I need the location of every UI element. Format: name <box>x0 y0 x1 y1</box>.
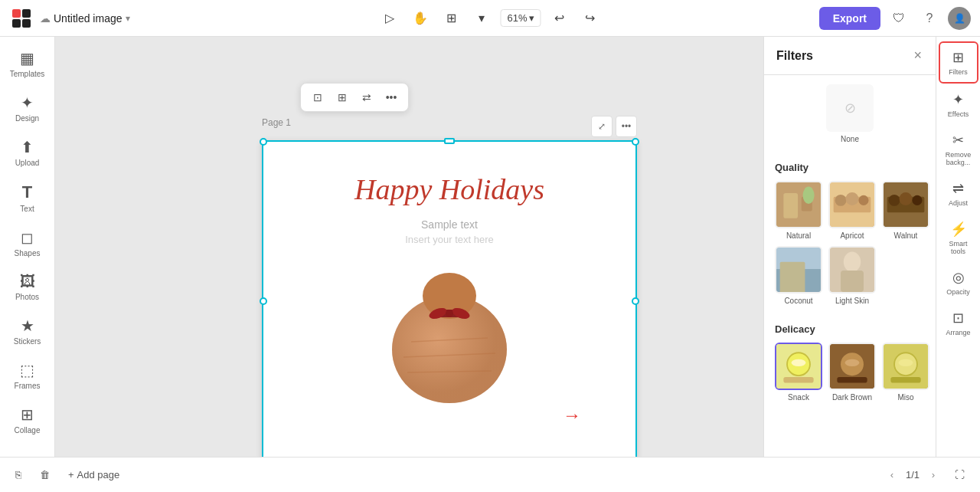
handle-top-right[interactable] <box>632 138 639 146</box>
rt-removebg[interactable]: ✂ Remove backg... <box>939 126 978 172</box>
title-chevron-icon[interactable]: ▾ <box>126 13 130 24</box>
hand-tool-button[interactable]: ✋ <box>408 6 433 31</box>
svg-rect-41 <box>837 377 867 382</box>
sidebar-item-design[interactable]: ✦ Design <box>5 87 51 129</box>
more-card-button[interactable]: ••• <box>616 116 637 137</box>
filter-walnut[interactable]: Walnut <box>882 181 929 240</box>
cloud-icon: ☁ <box>40 12 51 25</box>
add-page-button[interactable]: + Add page <box>62 466 126 484</box>
page-label: Page 1 <box>262 117 291 128</box>
photos-icon: 🖼 <box>20 273 35 290</box>
sidebar-item-shapes[interactable]: ◻ Shapes <box>5 222 51 264</box>
fullscreen-icon: ⛶ <box>955 469 965 481</box>
redo-button[interactable]: ↪ <box>578 6 603 31</box>
user-avatar[interactable]: 👤 <box>948 7 971 30</box>
undo-button[interactable]: ↩ <box>547 6 572 31</box>
filter-coconut[interactable]: Coconut <box>775 246 822 305</box>
prev-page-button[interactable]: ‹ <box>883 466 901 484</box>
svg-rect-0 <box>12 9 21 18</box>
rt-adjust-label: Adjust <box>949 199 968 207</box>
title-area: ☁ Untitled image ▾ <box>40 12 130 25</box>
bag-illustration <box>381 257 518 395</box>
handle-middle-left[interactable] <box>260 297 267 305</box>
rt-opacity[interactable]: ◎ Opacity <box>939 263 978 302</box>
filter-none[interactable]: ⊘ None <box>775 84 925 143</box>
topbar: ☁ Untitled image ▾ ▷ ✋ ⊞ ▾ 61% ▾ ↩ ↪ Exp… <box>0 0 980 37</box>
duplicate-icon: ⎘ <box>15 469 21 481</box>
filter-snack[interactable]: Snack <box>775 343 822 402</box>
panel-close-button[interactable]: × <box>912 46 923 65</box>
svg-point-40 <box>845 359 860 366</box>
left-sidebar: ▦ Templates ✦ Design ⬆ Upload T Text ◻ S… <box>0 37 55 457</box>
filter-apricot[interactable]: Apricot <box>828 181 876 240</box>
filter-miso-image <box>884 344 928 389</box>
export-button[interactable]: Export <box>819 7 880 30</box>
filter-apricot-thumb <box>828 181 876 228</box>
panel-title: Filters <box>776 49 813 63</box>
zoom-value: 61% <box>507 12 527 24</box>
canvas-area[interactable]: ⊡ ⊞ ⇄ ••• Page 1 ⤢ ••• <box>55 37 763 457</box>
filter-snack-thumb <box>775 343 822 390</box>
rt-filters-label: Filters <box>949 68 968 76</box>
replace-button[interactable]: ⇄ <box>356 87 377 108</box>
svg-point-36 <box>792 359 806 366</box>
expand-button[interactable]: ⤢ <box>591 116 612 137</box>
layout-chevron-button[interactable]: ▾ <box>469 6 494 31</box>
handle-middle-right[interactable] <box>632 297 639 305</box>
document-title[interactable]: Untitled image <box>54 12 122 25</box>
filter-miso-thumb <box>882 343 929 390</box>
rt-adjust[interactable]: ⇌ Adjust <box>939 174 978 213</box>
filter-lightskin[interactable]: Light Skin <box>828 246 876 305</box>
crop-button[interactable]: ⊡ <box>307 87 328 108</box>
sidebar-item-text[interactable]: T Text <box>5 176 51 219</box>
duplicate-page-button[interactable]: ⎘ <box>9 466 28 484</box>
design-icon: ✦ <box>21 93 34 112</box>
filter-natural-image <box>776 182 821 227</box>
sidebar-item-frames[interactable]: ⬚ Frames <box>5 355 51 396</box>
arrange-icon: ⊡ <box>952 310 964 326</box>
filter-lightskin-label: Light Skin <box>835 297 869 305</box>
layout-button[interactable]: ⊞ <box>439 6 463 31</box>
delicacy-section: Delicacy Snack Dark <box>764 314 936 411</box>
shield-icon-button[interactable]: 🛡 <box>887 6 911 31</box>
sidebar-item-upload[interactable]: ⬆ Upload <box>5 132 51 173</box>
filter-darkbrown-label: Dark Brown <box>832 393 872 402</box>
filter-lightskin-thumb <box>828 246 876 294</box>
filter-natural[interactable]: Natural <box>775 181 822 240</box>
sidebar-item-templates[interactable]: ▦ Templates <box>5 43 51 84</box>
rt-effects[interactable]: ✦ Effects <box>939 85 978 124</box>
next-page-button[interactable]: › <box>924 466 942 484</box>
quality-section: Quality Natural Apri <box>764 153 936 314</box>
rt-filters[interactable]: ⊞ Filters <box>939 41 978 84</box>
filter-miso[interactable]: Miso <box>882 343 929 402</box>
filter-natural-thumb <box>775 181 822 228</box>
sidebar-label-frames: Frames <box>15 382 41 390</box>
filter-coconut-image <box>776 248 821 292</box>
svg-point-27 <box>912 195 922 205</box>
layout-grid-button[interactable]: ⊞ <box>332 87 353 108</box>
sidebar-label-shapes: Shapes <box>15 249 41 257</box>
sidebar-item-collage[interactable]: ⊞ Collage <box>5 399 51 441</box>
svg-rect-15 <box>783 193 798 218</box>
text-icon: T <box>22 182 32 202</box>
svg-point-20 <box>835 195 847 206</box>
trash-icon: 🗑 <box>40 469 50 481</box>
rt-arrange[interactable]: ⊡ Arrange <box>939 303 978 343</box>
rt-opacity-label: Opacity <box>946 288 970 296</box>
rt-smarttools[interactable]: ⚡ Smart tools <box>939 215 978 261</box>
sidebar-item-stickers[interactable]: ★ Stickers <box>5 310 51 352</box>
sidebar-item-photos[interactable]: 🖼 Photos <box>5 267 51 307</box>
fullscreen-button[interactable]: ⛶ <box>949 466 971 484</box>
help-button[interactable]: ? <box>917 6 942 31</box>
handle-top-left[interactable] <box>260 138 267 146</box>
handle-top-middle[interactable] <box>444 138 455 144</box>
frames-icon: ⬚ <box>20 361 34 379</box>
pointer-tool-button[interactable]: ▷ <box>377 6 402 31</box>
none-filter-container: ⊘ None <box>775 84 925 143</box>
more-options-button[interactable]: ••• <box>381 87 402 108</box>
zoom-control[interactable]: 61% ▾ <box>500 9 541 27</box>
delete-page-button[interactable]: 🗑 <box>34 466 56 484</box>
app-logo[interactable] <box>9 6 34 31</box>
filter-darkbrown[interactable]: Dark Brown <box>828 343 876 402</box>
page-info: 1/1 <box>906 469 920 481</box>
